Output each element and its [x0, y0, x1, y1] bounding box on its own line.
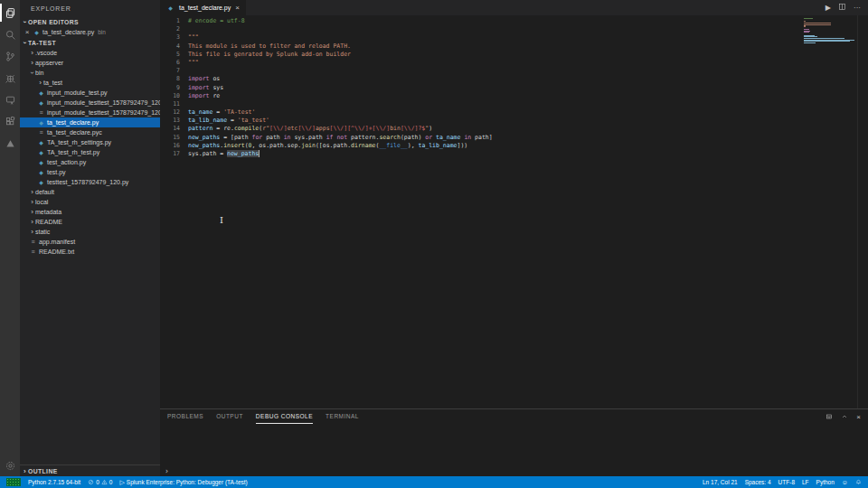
maximize-panel-icon[interactable] — [841, 413, 848, 420]
source-control-icon[interactable] — [0, 45, 20, 67]
tree-item-local[interactable]: ›local — [20, 197, 160, 207]
editor-tab-bar: ◆ ta_test_declare.py × ▶··· — [160, 0, 868, 15]
close-panel-icon[interactable]: × — [856, 413, 861, 421]
line-text — [180, 25, 188, 33]
tree-item-label: test_action.py — [47, 159, 86, 165]
tab-ta-test-declare[interactable]: ◆ ta_test_declare.py × — [160, 0, 246, 15]
language-mode[interactable]: Python — [813, 476, 838, 488]
settings-gear-icon[interactable] — [0, 455, 20, 476]
run-button[interactable]: ▶ — [826, 4, 831, 12]
file-icon: ≡ — [37, 129, 45, 136]
tree-item-bin[interactable]: ›bin — [20, 68, 160, 78]
python-file-icon: ◆ — [37, 119, 45, 126]
code-line-13: 13ta_lib_name = 'ta_test' — [160, 117, 868, 125]
tree-item-app.manifest[interactable]: ≡app.manifest — [20, 237, 160, 247]
chevron-down-icon: › — [21, 19, 29, 25]
activity-bar — [0, 0, 20, 476]
tree-item-ta_test_declare.pyc[interactable]: ≡ta_test_declare.pyc — [20, 127, 160, 137]
tree-item-label: input_module_test.py — [47, 89, 108, 96]
explorer-icon[interactable] — [0, 2, 20, 23]
tree-item-label: ta_test — [43, 80, 62, 86]
tree-item-input_module_testtest_1578792479_120.py[interactable]: ◆input_module_testtest_1578792479_120.py — [20, 98, 160, 108]
search-icon[interactable] — [0, 23, 20, 45]
line-number: 17 — [160, 150, 180, 158]
indentation[interactable]: Spaces: 4 — [741, 476, 775, 488]
line-number: 7 — [160, 67, 180, 75]
tree-item-input_module_test.py[interactable]: ◆input_module_test.py — [20, 88, 160, 98]
chevron-down-icon: › — [28, 70, 36, 76]
tree-item-test.py[interactable]: ◆test.py — [20, 167, 160, 177]
code-line-9: 9import sys — [160, 84, 868, 92]
tree-item-static[interactable]: ›static — [20, 227, 160, 237]
panel-tabs: PROBLEMSOUTPUTDEBUG CONSOLETERMINAL — [167, 409, 372, 424]
code-line-17: 17sys.path = new_paths — [160, 150, 868, 158]
text-caret — [259, 150, 259, 157]
minimap[interactable] — [804, 18, 856, 44]
panel-tab-output[interactable]: OUTPUT — [216, 409, 243, 424]
tree-item-appserver[interactable]: ›appserver — [20, 58, 160, 68]
chevron-right-icon: › — [29, 208, 35, 216]
extensions-icon[interactable] — [0, 110, 20, 132]
close-icon[interactable]: × — [235, 4, 240, 12]
open-editor-item[interactable]: × ◆ ta_test_declare.py bin — [20, 27, 160, 37]
code-line-6: 6""" — [160, 59, 868, 67]
sidebar-title: EXPLORER — [20, 0, 160, 16]
debug-console-input[interactable]: › — [160, 466, 868, 476]
tree-item-label: README.txt — [39, 249, 74, 255]
python-interpreter[interactable]: Python 2.7.15 64-bit — [24, 476, 84, 488]
debug-icon[interactable] — [0, 67, 20, 89]
feedback[interactable]: ☺ — [838, 476, 852, 488]
tree-item-input_module_testtest_1578792479_120.pyc[interactable]: ≡input_module_testtest_1578792479_120.py… — [20, 108, 160, 117]
notifications[interactable] — [852, 476, 865, 488]
tree-item-label: ta_test_declare.py — [47, 119, 99, 126]
cursor-position[interactable]: Ln 17, Col 21 — [699, 476, 741, 488]
more-actions-button[interactable]: ··· — [854, 4, 861, 12]
tree-item-metadata[interactable]: ›metadata — [20, 207, 160, 217]
debug-configuration[interactable]: ▷Splunk Enterprise: Python: Debugger (TA… — [116, 476, 250, 488]
tree-item-testtest_1578792479_120.py[interactable]: ◆testtest_1578792479_120.py — [20, 177, 160, 187]
tree-item-default[interactable]: ›default — [20, 187, 160, 197]
panel-tab-problems[interactable]: PROBLEMS — [167, 409, 203, 424]
project-section-header[interactable]: › TA-TEST — [20, 37, 160, 48]
bottom-panel: PROBLEMSOUTPUTDEBUG CONSOLETERMINAL × › — [160, 408, 868, 476]
tree-item-ta_test[interactable]: ›ta_test — [20, 78, 160, 88]
line-number: 1 — [160, 17, 180, 25]
encoding[interactable]: UTF-8 — [775, 476, 798, 488]
open-editor-folder-badge: bin — [98, 29, 106, 35]
code-editor[interactable]: 1# encode = utf-823"""4This module is us… — [160, 15, 868, 408]
split-editor-button[interactable] — [838, 3, 846, 13]
python-file-icon: ◆ — [37, 89, 45, 96]
file-tree: ›.vscode›appserver›bin›ta_test◆input_mod… — [20, 48, 160, 257]
editor-scrollbar[interactable] — [857, 15, 868, 408]
tree-item-test_action.py[interactable]: ◆test_action.py — [20, 157, 160, 167]
splunk-extension-icon[interactable] — [0, 132, 20, 154]
tree-item-README[interactable]: ›README — [20, 217, 160, 227]
debug-console-output[interactable] — [160, 424, 868, 466]
vscode-window: EXPLORER › OPEN EDITORS × ◆ ta_test_decl… — [0, 0, 868, 488]
minimap-line — [804, 24, 831, 25]
open-editors-header[interactable]: › OPEN EDITORS — [20, 16, 160, 27]
tree-item-.vscode[interactable]: ›.vscode — [20, 48, 160, 58]
remote-explorer-icon[interactable] — [0, 89, 20, 110]
tab-label: ta_test_declare.py — [179, 5, 231, 11]
close-icon[interactable]: × — [24, 28, 31, 36]
eol-sequence[interactable]: LF — [798, 476, 813, 488]
problems-summary[interactable]: 0 0 — [84, 476, 116, 488]
panel-tab-terminal[interactable]: TERMINAL — [326, 409, 359, 424]
line-text: # encode = utf-8 — [180, 17, 245, 25]
file-icon: ≡ — [29, 249, 37, 255]
tree-item-TA_test_rh_settings.py[interactable]: ◆TA_test_rh_settings.py — [20, 137, 160, 147]
python-file-icon: ◆ — [37, 99, 45, 106]
bell-icon — [855, 479, 862, 486]
outline-header[interactable]: › OUTLINE — [20, 465, 160, 476]
remote-indicator[interactable] — [3, 476, 24, 488]
open-editor-name: ta_test_declare.py — [42, 29, 94, 35]
status-left: Python 2.7.15 64-bit0 0▷Splunk Enterpris… — [3, 476, 251, 488]
line-text: ta_name = 'TA-test' — [180, 108, 255, 117]
line-number: 6 — [160, 59, 180, 67]
panel-tab-debug-console[interactable]: DEBUG CONSOLE — [256, 409, 313, 424]
tree-item-README.txt[interactable]: ≡README.txt — [20, 247, 160, 257]
tree-item-ta_test_declare.py[interactable]: ◆ta_test_declare.py — [20, 117, 160, 127]
panel-view-icon[interactable] — [826, 413, 833, 420]
tree-item-TA_test_rh_test.py[interactable]: ◆TA_test_rh_test.py — [20, 147, 160, 157]
